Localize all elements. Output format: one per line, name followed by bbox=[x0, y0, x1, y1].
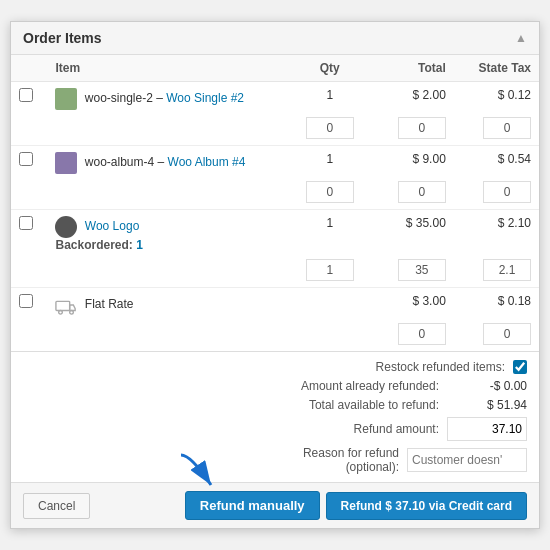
item-total: $ 9.00 bbox=[369, 146, 454, 179]
item-total: $ 3.00 bbox=[369, 288, 454, 321]
shipping-icon bbox=[55, 294, 77, 316]
table-row-refund bbox=[11, 320, 539, 351]
row-checkbox[interactable] bbox=[19, 294, 33, 308]
row-checkbox-cell[interactable] bbox=[11, 82, 47, 115]
refund-total-input[interactable] bbox=[398, 323, 446, 345]
backordered-qty: 1 bbox=[136, 238, 143, 252]
already-refunded-value: -$ 0.00 bbox=[447, 379, 527, 393]
refund-qty-input[interactable] bbox=[306, 181, 354, 203]
action-bar: Cancel Refund manually Refund $ 37.10 vi… bbox=[11, 482, 539, 528]
total-available-label: Total available to refund: bbox=[309, 398, 439, 412]
item-qty: 1 bbox=[291, 146, 369, 179]
restock-checkbox[interactable] bbox=[513, 360, 527, 374]
backordered-label: Backordered: 1 bbox=[55, 238, 142, 252]
refund-manually-button[interactable]: Refund manually bbox=[185, 491, 320, 520]
refund-qty-input[interactable] bbox=[306, 259, 354, 281]
restock-label: Restock refunded items: bbox=[376, 360, 505, 374]
svg-point-2 bbox=[70, 311, 74, 315]
refund-via-cc-button[interactable]: Refund $ 37.10 via Credit card bbox=[326, 492, 527, 520]
item-link[interactable]: Woo Logo bbox=[85, 219, 140, 233]
col-check bbox=[11, 55, 47, 82]
refund-tax-input[interactable] bbox=[483, 181, 531, 203]
item-total: $ 2.00 bbox=[369, 82, 454, 115]
col-total: Total bbox=[369, 55, 454, 82]
order-items-table: Item Qty Total State Tax woo-single-2 – … bbox=[11, 55, 539, 351]
refund-total-input[interactable] bbox=[398, 117, 446, 139]
item-sku: woo-album-4 – bbox=[85, 155, 168, 169]
total-available-row: Total available to refund: $ 51.94 bbox=[23, 398, 527, 412]
order-items-modal: Order Items ▲ Item Qty Total State Tax w… bbox=[10, 21, 540, 529]
item-total: $ 35.00 bbox=[369, 210, 454, 257]
table-row: woo-single-2 – Woo Single #2 1 $ 2.00 $ … bbox=[11, 82, 539, 115]
svg-rect-0 bbox=[56, 301, 70, 310]
reason-row: Reason for refund(optional): bbox=[23, 446, 527, 474]
table-row-refund bbox=[11, 114, 539, 146]
table-row: Flat Rate $ 3.00 $ 0.18 bbox=[11, 288, 539, 321]
refund-qty-input[interactable] bbox=[306, 117, 354, 139]
refund-total-input[interactable] bbox=[398, 181, 446, 203]
reason-input[interactable] bbox=[407, 448, 527, 472]
modal-header: Order Items ▲ bbox=[11, 22, 539, 55]
item-qty: 1 bbox=[291, 210, 369, 257]
modal-title: Order Items bbox=[23, 30, 102, 46]
refund-total-input[interactable] bbox=[398, 259, 446, 281]
table-row-refund bbox=[11, 178, 539, 210]
collapse-icon[interactable]: ▲ bbox=[515, 31, 527, 45]
table-row: Woo Logo Backordered: 1 1 $ 35.00 $ 2.10 bbox=[11, 210, 539, 257]
col-tax: State Tax bbox=[454, 55, 539, 82]
footer-section: Restock refunded items: Amount already r… bbox=[11, 351, 539, 474]
refund-tax-input[interactable] bbox=[483, 259, 531, 281]
item-link[interactable]: Woo Single #2 bbox=[166, 91, 244, 105]
item-tax: $ 0.54 bbox=[454, 146, 539, 179]
cancel-button[interactable]: Cancel bbox=[23, 493, 90, 519]
reason-label: Reason for refund(optional): bbox=[303, 446, 399, 474]
product-thumb bbox=[55, 216, 77, 238]
refund-buttons: Refund manually Refund $ 37.10 via Credi… bbox=[185, 491, 527, 520]
product-thumb bbox=[55, 88, 77, 110]
already-refunded-row: Amount already refunded: -$ 0.00 bbox=[23, 379, 527, 393]
svg-point-1 bbox=[59, 311, 63, 315]
table-row-refund bbox=[11, 256, 539, 288]
item-sku: woo-single-2 – bbox=[85, 91, 166, 105]
item-link[interactable]: Woo Album #4 bbox=[168, 155, 246, 169]
item-tax: $ 2.10 bbox=[454, 210, 539, 257]
table-row: woo-album-4 – Woo Album #4 1 $ 9.00 $ 0.… bbox=[11, 146, 539, 179]
refund-amount-label: Refund amount: bbox=[354, 422, 439, 436]
col-qty: Qty bbox=[291, 55, 369, 82]
row-checkbox[interactable] bbox=[19, 88, 33, 102]
row-checkbox[interactable] bbox=[19, 152, 33, 166]
item-cell: woo-single-2 – Woo Single #2 bbox=[47, 82, 290, 115]
refund-tax-input[interactable] bbox=[483, 117, 531, 139]
refund-amount-row: Refund amount: bbox=[23, 417, 527, 441]
refund-tax-input[interactable] bbox=[483, 323, 531, 345]
refund-amount-input[interactable] bbox=[447, 417, 527, 441]
restock-row: Restock refunded items: bbox=[23, 360, 527, 374]
item-name: Flat Rate bbox=[85, 297, 134, 311]
item-tax: $ 0.12 bbox=[454, 82, 539, 115]
total-available-value: $ 51.94 bbox=[447, 398, 527, 412]
col-item: Item bbox=[47, 55, 290, 82]
product-thumb bbox=[55, 152, 77, 174]
item-qty: 1 bbox=[291, 82, 369, 115]
row-checkbox[interactable] bbox=[19, 216, 33, 230]
item-tax: $ 0.18 bbox=[454, 288, 539, 321]
already-refunded-label: Amount already refunded: bbox=[301, 379, 439, 393]
